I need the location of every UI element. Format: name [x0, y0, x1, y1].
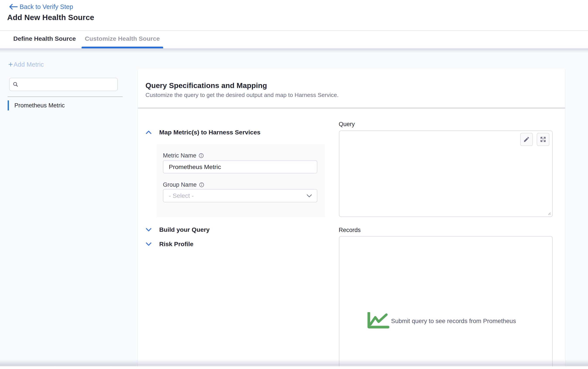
query-editor — [339, 130, 553, 217]
bottom-white-strip — [0, 366, 588, 369]
selected-indicator-bar — [8, 100, 9, 110]
tab-customize-health-source[interactable]: Customize Health Source — [85, 35, 160, 42]
metric-name-input[interactable] — [163, 160, 317, 173]
metric-item-label: Prometheus Metric — [14, 102, 65, 109]
section-label: Risk Profile — [159, 240, 193, 248]
section-label: Build your Query — [159, 226, 210, 233]
card-divider — [138, 108, 565, 108]
query-label: Query — [339, 121, 355, 128]
records-label: Records — [339, 227, 361, 233]
tab-bar: Define Health Source Customize Health So… — [0, 31, 588, 48]
arrow-left-icon — [8, 3, 18, 10]
map-metrics-form-panel: Metric Name Group Name - Select - — [156, 144, 325, 217]
section-map-metrics[interactable]: Map Metric(s) to Harness Services — [146, 128, 260, 136]
metric-name-label-row: Metric Name — [163, 152, 204, 159]
records-panel: Submit query to see records from Prometh… — [339, 236, 553, 369]
line-chart-icon — [367, 312, 389, 330]
query-specifications-card: Query Specifications and Mapping Customi… — [138, 68, 565, 369]
metric-search-input[interactable] — [21, 81, 114, 88]
metric-search-box — [9, 78, 118, 91]
back-link[interactable]: Back to Verify Step — [8, 3, 73, 10]
query-fullscreen-button[interactable] — [537, 133, 549, 146]
active-tab-underline — [82, 47, 163, 48]
resize-grip-icon[interactable] — [546, 211, 551, 215]
chevron-down-icon — [146, 228, 152, 231]
pencil-icon — [523, 136, 530, 143]
chevron-up-icon — [146, 130, 152, 134]
add-metric-label: Add Metric — [13, 61, 44, 68]
card-subheading: Customize the query to get the desired o… — [146, 91, 338, 99]
group-name-label: Group Name — [163, 181, 197, 188]
tab-bar-shadow — [0, 48, 588, 53]
section-label: Map Metric(s) to Harness Services — [159, 129, 260, 136]
sidebar-divider — [8, 97, 123, 97]
chevron-down-icon — [306, 194, 312, 198]
section-build-your-query[interactable]: Build your Query — [146, 226, 210, 233]
metric-list-item-prometheus[interactable]: Prometheus Metric — [8, 100, 65, 110]
group-name-placeholder: - Select - — [169, 192, 306, 199]
page-header: Back to Verify Step Add New Health Sourc… — [0, 0, 588, 30]
card-heading: Query Specifications and Mapping — [146, 81, 267, 90]
plus-icon: + — [8, 60, 13, 68]
query-edit-button[interactable] — [520, 133, 533, 146]
section-risk-profile[interactable]: Risk Profile — [146, 240, 193, 248]
back-link-label: Back to Verify Step — [20, 3, 73, 10]
search-icon — [13, 81, 19, 87]
records-empty-message: Submit query to see records from Prometh… — [391, 316, 516, 326]
expand-arrows-icon — [540, 136, 546, 143]
metric-name-label: Metric Name — [163, 152, 196, 159]
group-name-select[interactable]: - Select - — [163, 189, 317, 202]
group-name-label-row: Group Name — [163, 181, 204, 188]
page-title: Add New Health Source — [7, 13, 94, 22]
tab-define-health-source[interactable]: Define Health Source — [13, 35, 76, 42]
info-icon[interactable] — [199, 153, 204, 158]
info-icon[interactable] — [199, 182, 204, 187]
bottom-shadow-band — [0, 359, 588, 366]
chevron-down-icon — [146, 242, 152, 246]
add-metric-button[interactable]: + Add Metric — [8, 60, 44, 69]
